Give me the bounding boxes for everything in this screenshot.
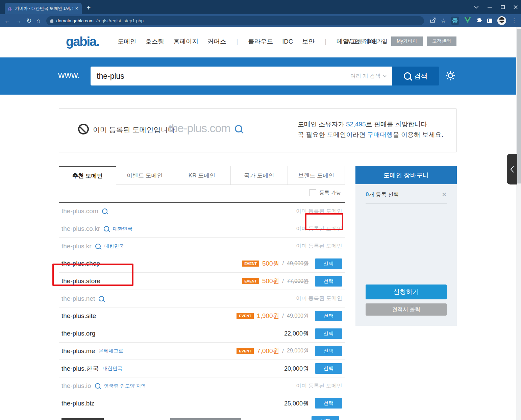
select-button[interactable]: 선택	[315, 258, 342, 269]
price-divider: /	[282, 278, 284, 284]
event-badge: EVENT	[237, 348, 254, 354]
filter-available[interactable]: 등록 가능	[309, 189, 341, 196]
select-button[interactable]: 선택	[315, 311, 342, 321]
nav-item[interactable]: 홈페이지	[173, 37, 198, 46]
tab-item[interactable]: KR 도메인	[173, 166, 230, 185]
window-close-icon[interactable]	[514, 5, 518, 9]
quote-button[interactable]: 견적서 출력	[366, 303, 447, 316]
browser-menu-icon[interactable]: ⋮	[511, 17, 517, 24]
nav-item[interactable]: 클라우드	[248, 37, 273, 46]
browser-tab[interactable]: g. 가비아 - 대한민국 도메인 1위, 5 ✕	[5, 3, 82, 14]
gabia-favicon-icon: g.	[8, 6, 12, 11]
notice-domain: the-plus.com	[169, 122, 230, 135]
select-button[interactable]: 선택	[315, 398, 342, 409]
share-icon[interactable]	[430, 17, 436, 24]
window-maximize-icon[interactable]	[501, 5, 505, 9]
customer-center-button[interactable]: 고객센터	[427, 36, 456, 46]
domain-name: the-plus.한국	[61, 364, 99, 373]
browser-toolbar: ← → ↻ ⌂ domain.gabia.com/regist/regist_s…	[0, 14, 521, 27]
sidebar-toggle-icon[interactable]	[487, 19, 492, 23]
tab-item[interactable]: 이벤트 도메인	[116, 166, 173, 185]
whois-search-icon[interactable]	[102, 208, 107, 214]
available-checkbox[interactable]	[309, 189, 316, 196]
side-panel-handle[interactable]	[507, 154, 517, 184]
header-right: 로그인 회원가입 My가비아 고객센터	[345, 36, 456, 46]
content: 추천 도메인이벤트 도메인KR 도메인국가 도메인브랜드 도메인 등록 가능 t…	[59, 166, 457, 420]
apply-button[interactable]: 신청하기	[366, 285, 447, 299]
select-button[interactable]: 선택	[315, 346, 342, 356]
window-chevron-icon[interactable]	[474, 6, 479, 9]
home-icon[interactable]: ⌂	[36, 18, 40, 24]
auth-divider	[363, 39, 364, 43]
page: gabia. 도메인호스팅홈페이지커머스|클라우드IDC보안|메일/그룹웨어 로…	[0, 27, 516, 420]
nav-item[interactable]: 커머스	[207, 37, 226, 46]
table-row: the-plus.biz25,000원선택	[59, 395, 345, 413]
select-button[interactable]: 선택	[315, 276, 342, 287]
nav-item[interactable]: 보안	[302, 37, 315, 46]
my-gabia-button[interactable]: My가비아	[391, 36, 423, 46]
tab-item[interactable]: 국가 도메인	[230, 166, 288, 185]
profile-avatar[interactable]	[497, 16, 506, 25]
login-link[interactable]: 로그인	[345, 38, 360, 45]
country-label: 몬테네그로	[99, 348, 123, 354]
event-price: 500원	[262, 277, 279, 286]
domain-name: the-plus.co.kr	[61, 225, 100, 232]
window-minimize-icon[interactable]	[488, 7, 492, 8]
search-icon	[404, 72, 411, 80]
refresh-icon[interactable]: ↻	[26, 18, 32, 24]
select-button[interactable]: 선택	[315, 328, 342, 339]
back-icon[interactable]: ←	[4, 18, 10, 24]
table-row: the-plus.io영국령 인도양 지역이미 등록된 도메인	[59, 377, 345, 395]
whois-search-icon[interactable]	[235, 125, 242, 132]
main-nav: 도메인호스팅홈페이지커머스|클라우드IDC보안|메일/그룹웨어	[118, 37, 376, 46]
domain-search-input[interactable]: the-plus 여러 개 검색	[91, 67, 392, 85]
vue-devtools-icon[interactable]	[464, 17, 471, 24]
select-button[interactable]: 선택	[315, 363, 342, 374]
table-row: the-plus.com이미 등록된 도메인	[59, 203, 345, 220]
event-price: 500원	[262, 259, 279, 268]
url-bar[interactable]: domain.gabia.com/regist/regist_step1.php	[46, 16, 424, 25]
forward-icon[interactable]: →	[15, 18, 22, 24]
table-row: the-plus.shopEVENT500원/49,000원선택	[59, 255, 345, 273]
domain-cart: 도메인 장바구니 0개 등록 선택 ✕ 신청하기 견적서 출력	[355, 166, 457, 326]
extensions-puzzle-icon[interactable]	[476, 17, 482, 24]
original-price: 29,000원	[287, 347, 309, 354]
event-badge: EVENT	[242, 261, 259, 267]
table-row-partial: 선택	[59, 412, 345, 420]
www-prefix: www.	[58, 70, 80, 80]
new-tab-button[interactable]: +	[86, 4, 91, 11]
nav-item[interactable]: 도메인	[118, 37, 137, 46]
purchase-agency-link[interactable]: 구매대행	[367, 131, 393, 138]
gear-icon[interactable]	[445, 71, 455, 82]
nav-item[interactable]: IDC	[282, 38, 293, 45]
cart-clear-icon[interactable]: ✕	[442, 191, 447, 198]
nav-divider: |	[325, 38, 326, 45]
tab-item[interactable]: 브랜드 도메인	[288, 166, 345, 185]
original-price: 49,000원	[287, 260, 309, 267]
whois-search-icon[interactable]	[99, 296, 104, 301]
country-label: 대한민국	[103, 365, 122, 372]
whois-search-icon[interactable]	[95, 244, 101, 249]
tab-close-icon[interactable]: ✕	[75, 6, 78, 11]
nav-item[interactable]: 호스팅	[146, 37, 165, 46]
domain-name: the-plus.com	[61, 207, 98, 215]
url-domain: domain.gabia.com	[56, 18, 93, 23]
event-price: 1,900원	[257, 312, 279, 320]
registered-status: 이미 등록된 도메인	[296, 208, 342, 215]
react-devtools-icon[interactable]	[451, 17, 459, 25]
whois-search-icon[interactable]	[104, 226, 109, 231]
clipped-text	[61, 418, 104, 420]
whois-search-icon[interactable]	[95, 383, 100, 389]
signup-link[interactable]: 회원가입	[367, 38, 387, 45]
gabia-logo[interactable]: gabia.	[66, 34, 99, 49]
price: 25,000원	[284, 399, 309, 407]
notice-message: 이미 등록된 도메인입니다.	[93, 125, 177, 134]
chevron-down-icon	[383, 75, 387, 77]
page-scrollbar[interactable]	[516, 27, 521, 420]
bookmark-star-icon[interactable]: ☆	[441, 17, 446, 24]
select-button[interactable]: 선택	[312, 416, 339, 420]
multi-search-dropdown[interactable]: 여러 개 검색	[350, 67, 387, 85]
tab-item[interactable]: 추천 도메인	[59, 166, 116, 185]
search-button[interactable]: 검색	[392, 67, 439, 85]
url-path: /regist/regist_step1.php	[96, 18, 144, 23]
